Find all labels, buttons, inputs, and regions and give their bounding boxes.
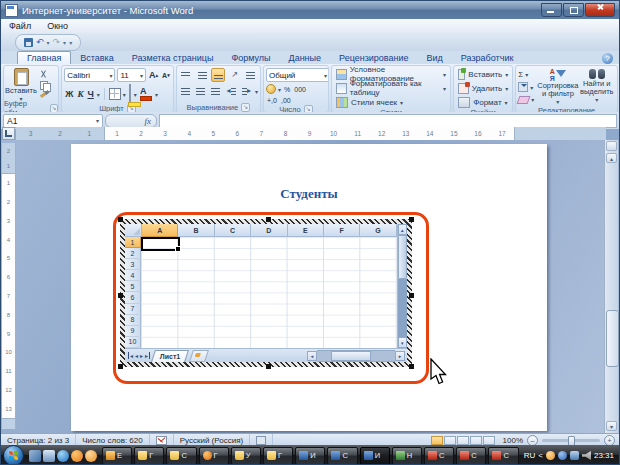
media-player-icon[interactable] [71,450,83,462]
tab-recenzirovanie[interactable]: Рецензирование [330,52,418,64]
undo-button[interactable]: ↶ [36,38,44,47]
accounting-caret-icon[interactable]: ▾ [278,86,281,93]
autosum-button[interactable]: Σ▾ [518,69,534,80]
decrease-decimal-button[interactable]: ,00 [280,96,292,105]
first-sheet-icon[interactable]: ◂ [128,352,133,359]
sheet-scroll-right-icon[interactable]: ▸ [395,351,405,361]
find-select-button[interactable]: Найти и выделить ▾ [578,68,615,106]
row-header-5[interactable]: 5 [125,281,141,292]
insert-worksheet-icon[interactable] [189,350,209,362]
taskbar-window-button[interactable]: Г [263,447,293,465]
grow-font-button[interactable]: А▴ [148,69,159,81]
resize-handle[interactable] [409,293,414,298]
zoom-slider[interactable] [542,439,600,442]
fullscreen-view-button[interactable] [444,436,456,445]
resize-handle[interactable] [266,217,271,222]
prev-sheet-icon[interactable]: ◂ [135,352,138,359]
taskbar-window-button[interactable]: С [456,447,486,465]
wrap-text-button[interactable] [244,68,258,82]
zoom-in-button[interactable]: + [604,435,615,446]
last-sheet-icon[interactable]: ▸ [145,352,150,359]
column-header-d[interactable]: D [251,224,287,237]
font-size-select[interactable]: 11 ▾ [117,68,146,82]
show-desktop-icon[interactable] [29,450,41,462]
paste-button[interactable]: Вставить ▾ [6,68,36,103]
name-box[interactable]: A1 ▾ [3,114,103,128]
undo-caret-icon[interactable]: ▾ [47,39,50,46]
fill-color-caret-icon[interactable]: ▾ [134,91,137,98]
alignment-dialog-launcher-icon[interactable]: ↘ [241,103,250,112]
cell-grid[interactable] [141,237,397,348]
help-icon[interactable]: ? [602,53,613,64]
tab-vstavka[interactable]: Вставка [71,52,122,64]
maximize-button[interactable] [563,3,584,17]
taskbar-window-button[interactable]: Г [199,447,229,465]
sheet-horizontal-scrollbar[interactable]: ◂ ▸ [307,350,405,361]
taskbar-window-button[interactable]: С [166,447,196,465]
redo-button[interactable]: ↷ [53,38,61,47]
cut-icon[interactable] [36,69,52,80]
tab-formuly[interactable]: Формулы [222,52,279,64]
messenger-icon[interactable] [85,450,97,462]
insert-cells-button[interactable]: Вставить ▾ [456,68,510,80]
select-all-corner[interactable] [125,224,142,237]
taskbar-window-button[interactable]: И [295,447,325,465]
taskbar-window-button[interactable]: С [424,447,454,465]
save-icon[interactable] [24,38,33,47]
vertical-ruler[interactable]: 21 12 34 56 78 910 1112 13 [2,143,16,429]
zoom-out-button[interactable]: – [527,435,538,446]
taskbar-window-button[interactable]: Н [392,447,422,465]
align-center-button[interactable] [194,84,207,98]
fill-color-button[interactable] [128,84,132,104]
tray-clock-icon[interactable] [546,451,555,460]
align-bottom-button[interactable] [211,68,225,82]
resize-handle[interactable] [118,217,123,222]
italic-button[interactable]: К [76,88,84,100]
format-cells-button[interactable]: Формат ▾ [456,96,510,108]
taskbar-window-button-active[interactable]: И [360,447,390,465]
start-button[interactable] [3,445,24,465]
scroll-down-icon[interactable]: ▾ [606,421,617,431]
column-header-f[interactable]: F [324,224,360,237]
zoom-level[interactable]: 100% [499,436,527,445]
sheet-scroll-up-icon[interactable]: ▴ [398,224,407,235]
qat-customize-icon[interactable]: ▾ [69,39,72,46]
copy-icon[interactable] [36,80,52,91]
sheet-hscroll-thumb[interactable] [331,351,371,361]
tab-razrabotchik[interactable]: Разработчик [452,52,522,64]
row-header-9[interactable]: 9 [125,326,141,337]
tray-time[interactable]: 23:31 [594,451,614,460]
decrease-indent-button[interactable]: ◂ [224,84,237,98]
formula-input[interactable] [159,114,617,128]
column-header-c[interactable]: C [215,224,251,237]
minimize-button[interactable] [541,3,562,17]
font-color-button[interactable]: А [139,86,153,102]
cell-styles-button[interactable]: Стили ячеек ▾ [334,96,448,108]
taskbar-window-button[interactable]: У [231,447,261,465]
menu-window[interactable]: Окно [47,21,68,31]
row-header-3[interactable]: 3 [125,259,141,270]
scroll-up-icon[interactable]: ▴ [606,153,617,163]
delete-cells-button[interactable]: Удалить ▾ [456,82,510,94]
taskbar-window-button[interactable]: С [327,447,357,465]
sheet-scroll-left-icon[interactable]: ◂ [307,351,317,361]
resize-handle[interactable] [118,293,123,298]
row-header-6[interactable]: 6 [125,292,141,303]
shrink-font-button[interactable]: А▾ [161,71,171,80]
web-layout-view-button[interactable] [457,436,469,445]
next-sheet-icon[interactable]: ▸ [140,352,143,359]
align-left-button[interactable] [179,84,192,98]
tray-chevron-icon[interactable]: < [538,451,543,460]
underline-caret-icon[interactable]: ▾ [97,91,100,98]
format-as-table-button[interactable]: Форматировать как таблицу ▾ [334,82,448,94]
column-header-a[interactable]: A [142,224,178,237]
horizontal-ruler[interactable]: 321 12 34 56 78 910 1112 1314 1516 17 [16,127,606,141]
clear-button[interactable]: ▾ [518,94,534,105]
align-right-button[interactable] [209,84,222,98]
sheet-scroll-down-icon[interactable]: ▾ [398,337,407,348]
tray-help-icon[interactable] [558,451,567,460]
font-family-select[interactable]: Calibri ▾ [64,68,115,82]
resize-handle[interactable] [409,217,414,222]
word-vscroll-thumb[interactable] [606,310,619,367]
tab-razmetka[interactable]: Разметка страницы [123,52,223,64]
